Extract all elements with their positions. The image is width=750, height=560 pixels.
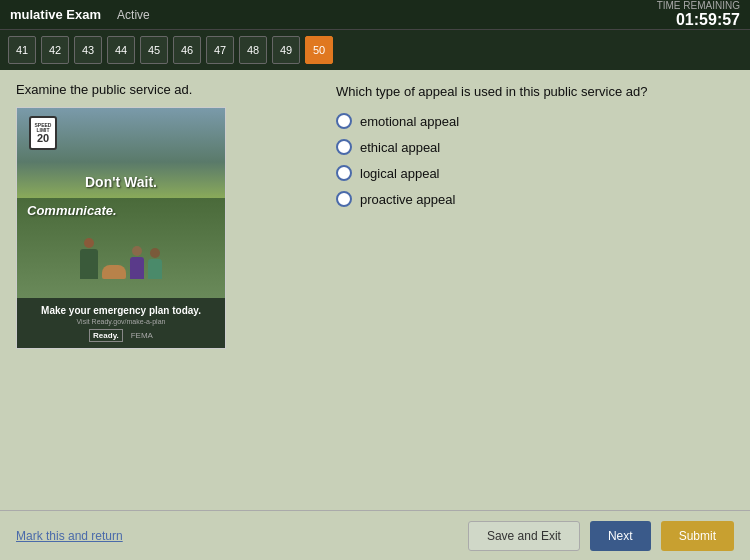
answer-option-emotional[interactable]: emotional appeal <box>336 113 734 129</box>
q-btn-46[interactable]: 46 <box>173 36 201 64</box>
left-panel: Examine the public service ad. SPEED LIM… <box>16 82 316 498</box>
ad-image: SPEED LIMIT 20 Don't Wait. Communicate. <box>16 107 226 349</box>
speed-number: 20 <box>37 133 49 144</box>
answer-option-proactive[interactable]: proactive appeal <box>336 191 734 207</box>
q-btn-44[interactable]: 44 <box>107 36 135 64</box>
time-label: TIME REMAINING <box>657 0 740 11</box>
ready-logo: Ready. <box>89 329 123 342</box>
q-btn-50[interactable]: 50 <box>305 36 333 64</box>
make-plan-text: Make your emergency plan today. <box>41 305 201 316</box>
radio-logical[interactable] <box>336 165 352 181</box>
q-btn-45[interactable]: 45 <box>140 36 168 64</box>
person-child2 <box>148 248 162 279</box>
person-child1 <box>130 246 144 279</box>
exam-title: mulative Exam <box>10 7 101 22</box>
next-button[interactable]: Next <box>590 521 651 551</box>
question-navigation: 41 42 43 44 45 46 47 48 49 50 <box>0 30 750 70</box>
communicate-text: Communicate. <box>27 203 117 218</box>
q-btn-42[interactable]: 42 <box>41 36 69 64</box>
mark-return-link[interactable]: Mark this and return <box>16 529 123 543</box>
ad-middle-section: Communicate. <box>17 198 225 298</box>
fema-logo: FEMA <box>131 331 153 340</box>
q-btn-41[interactable]: 41 <box>8 36 36 64</box>
label-logical: logical appeal <box>360 166 440 181</box>
left-question-text: Examine the public service ad. <box>16 82 316 97</box>
radio-proactive[interactable] <box>336 191 352 207</box>
q-btn-49[interactable]: 49 <box>272 36 300 64</box>
ad-logos: Ready. FEMA <box>89 329 153 342</box>
save-exit-button[interactable]: Save and Exit <box>468 521 580 551</box>
answer-options: emotional appeal ethical appeal logical … <box>336 113 734 207</box>
answer-option-ethical[interactable]: ethical appeal <box>336 139 734 155</box>
right-panel: Which type of appeal is used in this pub… <box>336 82 734 498</box>
radio-ethical[interactable] <box>336 139 352 155</box>
bottom-buttons: Save and Exit Next Submit <box>468 521 734 551</box>
dont-wait-text: Don't Wait. <box>85 174 157 190</box>
dog-shape <box>102 265 126 279</box>
label-proactive: proactive appeal <box>360 192 455 207</box>
website-text: Visit Ready.gov/make-a-plan <box>77 318 166 325</box>
submit-button[interactable]: Submit <box>661 521 734 551</box>
label-emotional: emotional appeal <box>360 114 459 129</box>
q-btn-47[interactable]: 47 <box>206 36 234 64</box>
ad-bottom-section: Make your emergency plan today. Visit Re… <box>17 298 225 348</box>
timer: TIME REMAINING 01:59:57 <box>657 0 740 29</box>
speed-sign: SPEED LIMIT 20 <box>29 116 57 150</box>
right-question-text: Which type of appeal is used in this pub… <box>336 84 734 99</box>
person-adult <box>80 238 98 279</box>
q-btn-48[interactable]: 48 <box>239 36 267 64</box>
bottom-bar: Mark this and return Save and Exit Next … <box>0 510 750 560</box>
label-ethical: ethical appeal <box>360 140 440 155</box>
main-content: Examine the public service ad. SPEED LIM… <box>0 70 750 510</box>
exam-status: Active <box>117 8 150 22</box>
answer-option-logical[interactable]: logical appeal <box>336 165 734 181</box>
top-bar: mulative Exam Active TIME REMAINING 01:5… <box>0 0 750 30</box>
family-scene <box>80 218 162 279</box>
radio-emotional[interactable] <box>336 113 352 129</box>
ad-top-section: SPEED LIMIT 20 Don't Wait. <box>17 108 225 198</box>
q-btn-43[interactable]: 43 <box>74 36 102 64</box>
time-value: 01:59:57 <box>676 11 740 28</box>
